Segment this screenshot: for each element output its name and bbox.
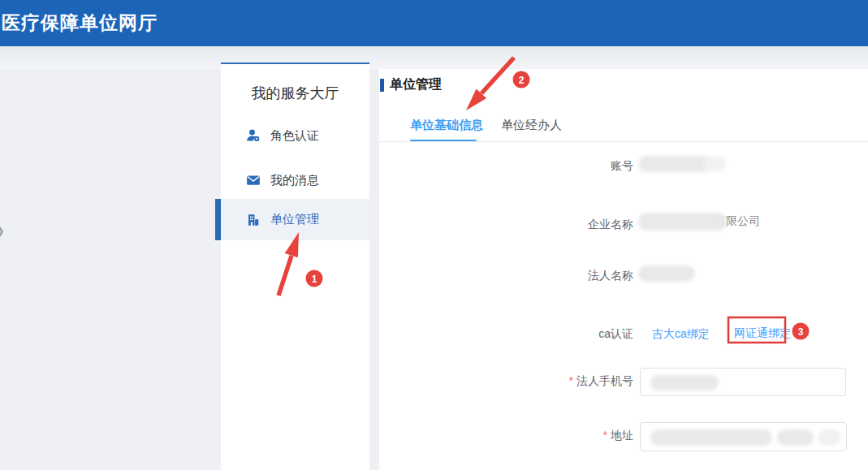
company-label: 企业名称 [379,216,633,232]
company-value: 有限公司 [638,213,760,231]
redacted-blob [638,156,710,172]
user-badge-icon [246,128,261,143]
redacted-blob [650,429,772,446]
redacted-blob [818,429,840,446]
page-title-text: 单位管理 [390,76,442,93]
sidebar: 我的服务大厅 角色认证 我的消息 [221,63,369,470]
required-asterisk: * [603,429,607,442]
redacted-blob [777,429,814,446]
collapse-chevron-icon[interactable]: ❯ [0,225,5,237]
sidebar-item-messages[interactable]: 我的消息 [221,162,369,198]
jida-ca-bind-link[interactable]: 吉大ca绑定 [652,326,710,342]
building-icon [246,213,261,227]
address-input[interactable] [640,422,847,451]
selected-indicator-bar [215,199,221,240]
sidebar-item-label: 我的消息 [270,173,319,188]
mail-icon [246,173,261,188]
redacted-blob [638,213,726,231]
redacted-blob [650,375,719,390]
sidebar-title: 我的服务大厅 [221,84,369,103]
redacted-blob [703,157,726,171]
ca-label: ca认证 [379,326,633,342]
app-window: 医疗保障单位网厅 ❯ 我的服务大厅 角色认证 [0,0,868,470]
phone-input[interactable] [640,368,846,396]
tab-unit-agent[interactable]: 单位经办人 [501,116,562,134]
sidebar-item-label: 角色认证 [270,128,319,144]
sidebar-item-label: 单位管理 [270,212,319,227]
title-marker [380,79,384,92]
tab-unit-basic-info[interactable]: 单位基础信息 [410,116,483,134]
phone-label: *法人手机号 [379,373,633,389]
app-title: 医疗保障单位网厅 [0,0,868,46]
page-title: 单位管理 [380,76,442,93]
required-asterisk: * [569,374,573,387]
header-shadow-band [0,46,868,69]
legal-name-value-redacted [638,265,695,282]
legal-name-label: 法人名称 [379,267,633,283]
wangzhengtong-bind-link[interactable]: 网证通绑定 [734,325,791,341]
main-content: 单位管理 单位基础信息 单位经办人 账号 企业名称 有限公司 法人名称 ca认证… [379,69,868,470]
sidebar-item-role-auth[interactable]: 角色认证 [221,118,369,153]
account-value-redacted [638,156,726,172]
tabs-divider [379,141,868,142]
redacted-blob [638,265,695,282]
app-header: 医疗保障单位网厅 [0,0,868,46]
account-label: 账号 [379,157,633,174]
sidebar-item-unit-management[interactable]: 单位管理 [221,199,369,240]
address-label: *地址 [379,427,633,443]
